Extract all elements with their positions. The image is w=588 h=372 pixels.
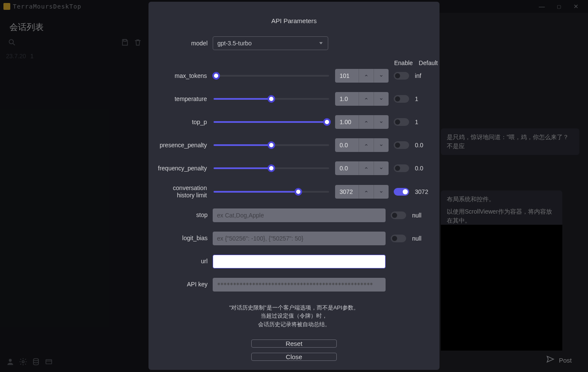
chevron-up-icon[interactable] (359, 185, 374, 199)
frequency-penalty-toggle[interactable] (394, 164, 409, 172)
max-tokens-slider[interactable] (214, 75, 329, 77)
reset-button[interactable]: Reset (251, 339, 337, 348)
modal-overlay: API Parameters model gpt-3.5-turbo Enabl… (0, 0, 588, 372)
top-p-stepper[interactable]: 1.00 (335, 115, 389, 129)
logit-bias-toggle[interactable] (391, 235, 406, 242)
presence-penalty-slider[interactable] (214, 144, 329, 146)
history-limit-label: conversation history limit (154, 185, 212, 199)
chevron-up-icon[interactable] (359, 115, 374, 129)
max-tokens-stepper[interactable]: 101 (335, 69, 389, 83)
stop-label: stop (154, 211, 213, 219)
presence-penalty-label: presence_penalty (154, 142, 212, 149)
chevron-down-icon[interactable] (374, 115, 389, 129)
stop-toggle[interactable] (391, 211, 406, 219)
help-text: "对话历史限制"是一个客户端选项，而不是API参数。 当超过设定值（令牌）时， … (154, 304, 434, 329)
presence-penalty-stepper[interactable]: 0.0 (335, 138, 389, 152)
presence-penalty-toggle[interactable] (394, 141, 409, 149)
max-tokens-label: max_tokens (154, 72, 212, 80)
frequency-penalty-default: 0.0 (415, 165, 434, 172)
frequency-penalty-label: frequency_penalty (154, 165, 212, 172)
history-limit-toggle[interactable] (394, 188, 409, 196)
model-select[interactable]: gpt-3.5-turbo (213, 36, 328, 50)
default-header: Default (419, 60, 438, 66)
api-key-label: API key (154, 281, 213, 288)
max-tokens-toggle[interactable] (394, 72, 409, 80)
presence-penalty-default: 0.0 (415, 142, 434, 149)
stop-input[interactable] (213, 208, 386, 222)
frequency-penalty-stepper[interactable]: 0.0 (335, 161, 389, 175)
api-key-input[interactable] (213, 278, 386, 292)
top-p-default: 1 (415, 119, 434, 125)
chevron-down-icon[interactable] (374, 69, 389, 83)
model-label: model (154, 40, 213, 47)
logit-bias-default: null (412, 235, 431, 242)
temperature-default: 1 (415, 95, 434, 102)
enable-header: Enable (394, 60, 413, 66)
top-p-slider[interactable] (214, 121, 329, 123)
chevron-up-icon[interactable] (359, 138, 374, 152)
history-limit-default: 3072 (415, 188, 434, 195)
logit-bias-input[interactable] (213, 232, 386, 245)
top-p-toggle[interactable] (394, 118, 409, 126)
url-input[interactable] (213, 255, 386, 268)
top-p-label: top_p (154, 119, 212, 126)
chevron-down-icon[interactable] (374, 138, 389, 152)
chevron-up-icon[interactable] (359, 92, 374, 106)
api-parameters-modal: API Parameters model gpt-3.5-turbo Enabl… (148, 2, 440, 370)
temperature-slider[interactable] (214, 98, 329, 100)
temperature-stepper[interactable]: 1.0 (335, 92, 389, 106)
chevron-down-icon[interactable] (374, 161, 389, 175)
temperature-toggle[interactable] (394, 95, 409, 103)
close-button[interactable]: Close (251, 353, 337, 361)
chevron-up-icon[interactable] (359, 69, 374, 83)
history-limit-stepper[interactable]: 3072 (335, 185, 389, 199)
chevron-up-icon[interactable] (359, 161, 374, 175)
url-label: url (154, 258, 213, 265)
modal-title: API Parameters (154, 17, 434, 24)
chevron-down-icon[interactable] (374, 185, 389, 199)
max-tokens-default: inf (415, 72, 434, 79)
stop-default: null (412, 212, 431, 219)
logit-bias-label: logit_bias (154, 235, 213, 242)
history-limit-slider[interactable] (214, 191, 329, 193)
frequency-penalty-slider[interactable] (214, 167, 329, 169)
temperature-label: temperature (154, 95, 212, 103)
chevron-down-icon[interactable] (374, 92, 389, 106)
